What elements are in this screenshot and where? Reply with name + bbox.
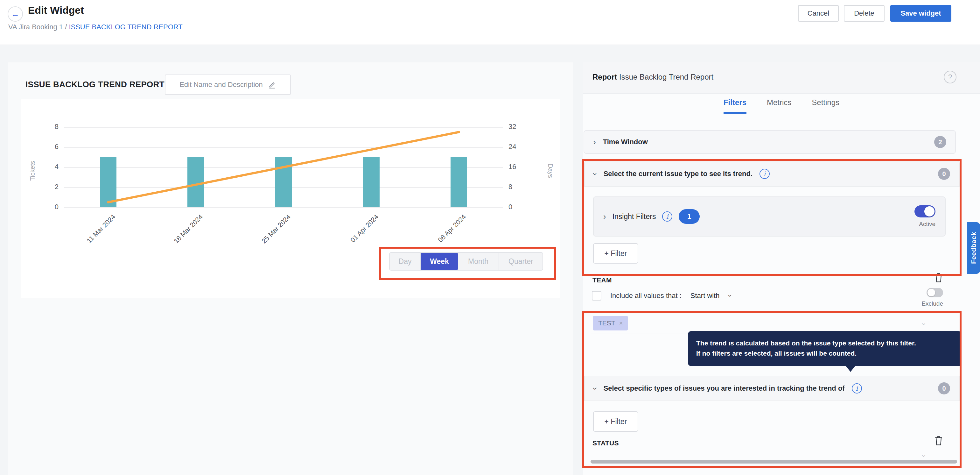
info-glyph: i bbox=[666, 213, 668, 220]
remove-tag-icon[interactable]: × bbox=[619, 320, 623, 327]
filter-info-tooltip: The trend is calculated based on the iss… bbox=[688, 331, 961, 366]
feedback-tab[interactable]: Feedback bbox=[967, 222, 980, 274]
status-field-scrollbar[interactable] bbox=[590, 460, 957, 464]
help-glyph: ? bbox=[948, 73, 952, 81]
chevron-down-icon: › bbox=[590, 387, 600, 390]
granularity-quarter[interactable]: Quarter bbox=[499, 253, 542, 270]
report-label: Report bbox=[592, 73, 617, 81]
exclude-toggle-label: Exclude bbox=[921, 300, 943, 307]
edit-name-description-button[interactable]: Edit Name and Description bbox=[165, 75, 291, 95]
time-window-section[interactable]: › Time Window 2 bbox=[584, 130, 956, 154]
report-settings-panel bbox=[583, 62, 980, 475]
page-title: Edit Widget bbox=[28, 5, 84, 16]
insight-filters-label: Insight Filters bbox=[612, 212, 656, 221]
include-values-row: Include all values that : Start with › bbox=[592, 291, 731, 301]
specific-issue-types-badge: 0 bbox=[938, 383, 950, 394]
active-toggle-label: Active bbox=[919, 221, 935, 228]
tooltip-line-2: If no filters are selected, all issues w… bbox=[696, 348, 953, 359]
exclude-toggle[interactable] bbox=[926, 288, 943, 297]
operator-dropdown-value[interactable]: Start with bbox=[690, 292, 720, 300]
exclude-toggle-block: Exclude bbox=[918, 288, 943, 307]
chevron-down-icon[interactable]: › bbox=[920, 323, 929, 325]
add-filter-button-2[interactable]: + Filter bbox=[593, 411, 638, 432]
chevron-down-icon[interactable]: › bbox=[725, 295, 734, 297]
edit-widget-page: ← Edit Widget VA Jira Booking 1 / ISSUE … bbox=[0, 0, 980, 475]
save-widget-button[interactable]: Save widget bbox=[890, 5, 951, 22]
cancel-button[interactable]: Cancel bbox=[798, 5, 839, 22]
toggle-knob bbox=[924, 206, 934, 217]
help-icon[interactable]: ? bbox=[944, 71, 956, 83]
team-value-tag: TEST × bbox=[593, 316, 628, 330]
tooltip-line-1: The trend is calculated based on the iss… bbox=[696, 338, 953, 348]
include-all-values-label: Include all values that : bbox=[610, 292, 681, 300]
report-title-line: Report Issue Backlog Trend Report bbox=[592, 73, 713, 81]
breadcrumb-prefix: VA Jira Booking 1 / bbox=[8, 23, 69, 31]
team-value-label: TEST bbox=[598, 319, 616, 327]
chevron-right-icon: › bbox=[593, 137, 596, 147]
granularity-day[interactable]: Day bbox=[390, 253, 421, 270]
trash-icon[interactable] bbox=[934, 435, 944, 446]
chevron-down-icon: › bbox=[590, 172, 600, 175]
report-name: Issue Backlog Trend Report bbox=[619, 73, 713, 81]
back-button[interactable]: ← bbox=[8, 6, 23, 22]
info-icon[interactable]: i bbox=[662, 211, 672, 222]
current-issue-type-section-header[interactable]: › Select the current issue type to see i… bbox=[584, 161, 959, 187]
granularity-toggle: DayWeekMonthQuarter bbox=[389, 252, 543, 271]
insight-filters-card[interactable]: › Insight Filters i 1 Active bbox=[593, 196, 946, 236]
tooltip-caret bbox=[845, 365, 856, 372]
add-filter-button-1[interactable]: + Filter bbox=[593, 243, 638, 264]
chevron-right-icon: › bbox=[603, 212, 606, 222]
active-toggle-block: Active bbox=[915, 206, 935, 228]
trash-icon[interactable] bbox=[934, 272, 944, 283]
chevron-down-icon[interactable]: › bbox=[920, 454, 929, 457]
breadcrumb: VA Jira Booking 1 / ISSUE BACKLOG TREND … bbox=[8, 23, 183, 31]
info-glyph: i bbox=[764, 170, 765, 178]
active-toggle[interactable] bbox=[915, 206, 935, 217]
include-all-values-checkbox[interactable] bbox=[592, 291, 601, 301]
pencil-icon bbox=[268, 81, 276, 89]
specific-issue-types-section-header[interactable]: › Select specific types of issues you ar… bbox=[584, 376, 959, 401]
current-issue-type-badge: 0 bbox=[938, 168, 950, 180]
tab-filters[interactable]: Filters bbox=[724, 98, 746, 114]
time-window-badge: 2 bbox=[934, 136, 946, 148]
tab-metrics[interactable]: Metrics bbox=[767, 98, 791, 114]
breadcrumb-report-link[interactable]: ISSUE BACKLOG TREND REPORT bbox=[69, 23, 182, 31]
status-filter-name: STATUS bbox=[592, 439, 619, 447]
info-icon[interactable]: i bbox=[852, 383, 862, 394]
back-arrow-icon: ← bbox=[11, 9, 19, 19]
widget-title: ISSUE BACKLOG TREND REPORT bbox=[25, 80, 164, 89]
granularity-week[interactable]: Week bbox=[421, 253, 458, 270]
edit-name-description-label: Edit Name and Description bbox=[180, 81, 263, 89]
time-window-label: Time Window bbox=[603, 138, 648, 146]
delete-button[interactable]: Delete bbox=[844, 5, 885, 22]
info-icon[interactable]: i bbox=[759, 169, 770, 179]
granularity-month[interactable]: Month bbox=[458, 253, 499, 270]
info-glyph: i bbox=[856, 384, 858, 392]
insight-filters-count-badge: 1 bbox=[679, 209, 700, 224]
specific-issue-types-title: Select specific types of issues you are … bbox=[604, 384, 845, 392]
toggle-knob bbox=[928, 289, 935, 296]
tab-settings[interactable]: Settings bbox=[812, 98, 839, 114]
panel-tabs: Filters Metrics Settings bbox=[583, 98, 980, 114]
team-filter-name: TEAM bbox=[592, 276, 612, 284]
current-issue-type-title: Select the current issue type to see its… bbox=[604, 170, 752, 178]
